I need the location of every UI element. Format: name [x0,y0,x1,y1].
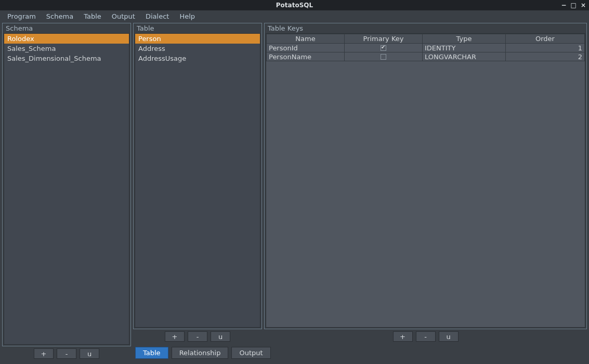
table-list[interactable]: Person Address AddressUsage [135,33,260,328]
schema-update-button[interactable]: u [80,348,99,359]
keys-buttons: + - u [264,329,587,345]
window-title: PotatoSQL [276,2,313,9]
cell-pk[interactable] [345,52,423,61]
col-name[interactable]: Name [267,34,345,44]
tab-table[interactable]: Table [135,347,168,359]
table-add-button[interactable]: + [165,331,185,342]
table-item-person[interactable]: Person [135,34,260,44]
keys-add-button[interactable]: + [393,331,413,342]
col-order[interactable]: Order [506,34,585,44]
cell-pk[interactable] [345,44,423,52]
menu-schema[interactable]: Schema [42,11,77,21]
menu-table[interactable]: Table [80,11,106,21]
table-item-addressusage[interactable]: AddressUsage [135,53,260,63]
menubar: Program Schema Table Output Dialect Help [0,10,589,22]
schema-remove-button[interactable]: - [57,348,76,359]
keys-table-filler [266,61,585,327]
schema-list[interactable]: Rolodex Sales_Schema Sales_Dimensional_S… [4,33,129,345]
keys-row[interactable]: PersonId IDENTITY 1 [267,44,585,52]
main-content: Schema Rolodex Sales_Schema Sales_Dimens… [0,22,589,364]
keys-panel: Table Keys Name Primary Key Type Order [264,23,587,329]
table-panel-title: Table [134,23,261,33]
table-item-address[interactable]: Address [135,44,260,53]
cell-type[interactable]: IDENTITY [423,44,506,52]
cell-order[interactable]: 2 [506,52,585,61]
keys-table-wrap: Name Primary Key Type Order PersonId [266,33,585,328]
checkbox-icon[interactable] [381,54,386,60]
menu-program[interactable]: Program [3,11,40,21]
minimize-icon[interactable]: − [561,2,567,9]
schema-add-button[interactable]: + [34,348,54,359]
schema-item-sales[interactable]: Sales_Schema [4,44,129,53]
menu-dialect[interactable]: Dialect [141,11,173,21]
table-buttons: + - u [133,329,262,345]
window-controls: − □ × [561,0,586,10]
table-remove-button[interactable]: - [188,331,207,342]
titlebar: PotatoSQL − □ × [0,0,589,10]
checkbox-icon[interactable] [381,45,386,51]
cell-name[interactable]: PersonName [267,52,345,61]
keys-remove-button[interactable]: - [416,331,436,342]
menu-output[interactable]: Output [108,11,139,21]
maximize-icon[interactable]: □ [571,2,577,9]
cell-order[interactable]: 1 [506,44,585,52]
schema-buttons: + - u [2,346,131,362]
table-panel: Table Person Address AddressUsage [133,23,262,329]
bottom-tabs: Table Relationship Output [133,345,587,362]
keys-panel-title: Table Keys [265,23,586,33]
schema-panel: Schema Rolodex Sales_Schema Sales_Dimens… [2,23,131,346]
col-type[interactable]: Type [423,34,506,44]
cell-name[interactable]: PersonId [267,44,345,52]
schema-item-sales-dimensional[interactable]: Sales_Dimensional_Schema [4,53,129,63]
keys-table: Name Primary Key Type Order PersonId [266,34,585,61]
close-icon[interactable]: × [581,2,586,9]
cell-type[interactable]: LONGVARCHAR [423,52,506,61]
col-pk[interactable]: Primary Key [345,34,423,44]
schema-item-rolodex[interactable]: Rolodex [4,34,129,44]
tab-output[interactable]: Output [231,347,270,359]
table-update-button[interactable]: u [211,331,230,342]
keys-header-row: Name Primary Key Type Order [267,34,585,44]
keys-update-button[interactable]: u [439,331,459,342]
menu-help[interactable]: Help [175,11,199,21]
tab-relationship[interactable]: Relationship [172,347,229,359]
app-window: PotatoSQL − □ × Program Schema Table Out… [0,0,589,364]
schema-panel-title: Schema [3,23,130,33]
keys-row[interactable]: PersonName LONGVARCHAR 2 [267,52,585,61]
